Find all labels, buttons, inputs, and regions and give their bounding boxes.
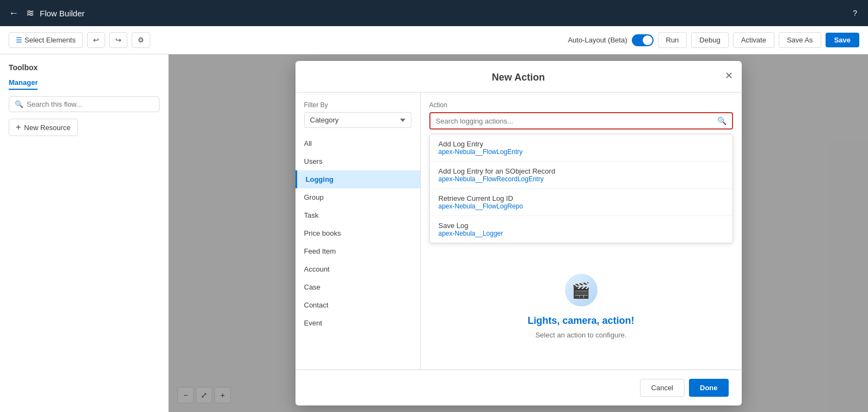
top-nav: ← ≋ Flow Builder ? [0, 0, 868, 26]
activate-label: Activate [741, 36, 766, 44]
category-item[interactable]: Account [296, 260, 420, 278]
plus-icon: + [16, 122, 21, 132]
action-option[interactable]: Add Log Entry for an SObject Recordapex-… [430, 162, 732, 189]
modal-footer: Cancel Done [296, 370, 742, 405]
save-label: Save [834, 36, 851, 44]
top-nav-right: ? [848, 7, 861, 20]
save-button[interactable]: Save [826, 33, 859, 47]
flow-builder-title: Flow Builder [40, 9, 85, 18]
settings-button[interactable]: ⚙ [132, 32, 150, 48]
action-option-name: Save Log [439, 222, 724, 230]
category-list-container: AllUsersLoggingGroupTaskPrice booksFeed … [296, 134, 420, 361]
category-item[interactable]: Case [296, 278, 420, 296]
activate-button[interactable]: Activate [733, 32, 774, 48]
camera-icon: 🎬 [571, 281, 590, 299]
action-option[interactable]: Add Log Entryapex-Nebula__FlowLogEntry [430, 134, 732, 162]
manager-tab[interactable]: Manager [9, 78, 38, 90]
save-as-button[interactable]: Save As [779, 32, 821, 48]
main-layout: Toolbox Manager 🔍 + New Resource − ⤢ + [0, 54, 868, 412]
category-item[interactable]: Feed Item [296, 242, 420, 260]
toolbar: ☰ Select Elements ↩ ↪ ⚙ Auto-Layout (Bet… [0, 26, 868, 54]
action-option[interactable]: Retrieve Current Log IDapex-Nebula__Flow… [430, 189, 732, 216]
undo-button[interactable]: ↩ [87, 32, 105, 48]
redo-icon: ↪ [115, 36, 121, 44]
modal-overlay: New Action ✕ Filter By Category AllUs [169, 54, 868, 412]
run-button[interactable]: Run [658, 32, 687, 48]
settings-icon: ⚙ [138, 36, 144, 44]
action-label: Action [429, 101, 733, 109]
action-search-icon: 🔍 [717, 116, 727, 125]
cancel-label: Cancel [651, 384, 673, 392]
action-search-box: 🔍 [429, 112, 733, 130]
undo-icon: ↩ [93, 36, 99, 44]
toolbox-title: Toolbox [9, 63, 159, 72]
category-item[interactable]: Task [296, 206, 420, 224]
help-icon: ? [853, 9, 857, 17]
action-option-name: Add Log Entry [439, 140, 724, 148]
category-item[interactable]: Logging [296, 170, 420, 188]
top-nav-left: ← ≋ Flow Builder [7, 5, 85, 21]
lights-subtitle: Select an action to configure. [440, 331, 722, 339]
auto-layout-toggle[interactable] [632, 34, 654, 46]
cancel-button[interactable]: Cancel [640, 379, 685, 397]
done-label: Done [700, 384, 718, 392]
modal-close-button[interactable]: ✕ [725, 70, 733, 82]
modal-title: New Action [492, 72, 545, 83]
category-list: AllUsersLoggingGroupTaskPrice booksFeed … [296, 134, 420, 361]
category-item[interactable]: Contact [296, 296, 420, 314]
help-button[interactable]: ? [848, 7, 861, 20]
new-resource-button[interactable]: + New Resource [9, 119, 78, 136]
category-item[interactable]: All [296, 134, 420, 152]
action-option-sub: apex-Nebula__FlowLogEntry [439, 148, 724, 156]
sidebar: Toolbox Manager 🔍 + New Resource [0, 54, 169, 412]
action-option-sub: apex-Nebula__Logger [439, 230, 724, 237]
left-panel: Filter By Category AllUsersLoggingGroupT… [296, 93, 421, 370]
toggle-knob [643, 35, 652, 45]
back-button[interactable]: ← [7, 5, 21, 21]
right-panel: Action 🔍 Add Log Entryapex-Nebula__FlowL… [421, 93, 742, 370]
action-option-name: Add Log Entry for an SObject Record [439, 167, 724, 175]
lights-image: 🎬 [565, 274, 598, 306]
select-elements-button[interactable]: ☰ Select Elements [9, 32, 83, 48]
done-button[interactable]: Done [689, 379, 729, 397]
action-option-sub: apex-Nebula__FlowLogRepo [439, 202, 724, 210]
select-elements-icon: ☰ [16, 36, 22, 44]
select-elements-label: Select Elements [24, 36, 76, 44]
category-item[interactable]: Users [296, 152, 420, 170]
close-icon: ✕ [725, 70, 733, 81]
save-as-label: Save As [787, 36, 813, 44]
filter-select[interactable]: Category [304, 112, 411, 128]
category-item[interactable]: Event [296, 314, 420, 332]
modal-header: New Action ✕ [296, 61, 742, 93]
modal: New Action ✕ Filter By Category AllUs [296, 61, 742, 405]
flow-icon: ≋ [26, 7, 34, 19]
canvas: − ⤢ + New Action ✕ [169, 54, 868, 412]
run-label: Run [666, 36, 679, 44]
modal-body: Filter By Category AllUsersLoggingGroupT… [296, 93, 742, 370]
redo-button[interactable]: ↪ [109, 32, 127, 48]
category-item[interactable]: Price books [296, 224, 420, 242]
lights-section: 🎬 Lights, camera, action! Select an acti… [429, 252, 733, 361]
auto-layout-section: Auto-Layout (Beta) [568, 34, 653, 46]
search-input[interactable] [27, 100, 153, 108]
category-item[interactable]: Group [296, 188, 420, 206]
back-icon: ← [9, 8, 19, 19]
lights-title: Lights, camera, action! [440, 315, 722, 327]
search-icon: 🔍 [15, 100, 23, 108]
new-resource-label: New Resource [24, 124, 70, 132]
debug-label: Debug [699, 36, 720, 44]
action-option-sub: apex-Nebula__FlowRecordLogEntry [439, 175, 724, 183]
action-option[interactable]: Save Logapex-Nebula__Logger [430, 216, 732, 243]
action-search-input[interactable] [436, 117, 717, 125]
auto-layout-label: Auto-Layout (Beta) [568, 36, 627, 44]
search-box: 🔍 [9, 96, 159, 112]
debug-button[interactable]: Debug [691, 32, 728, 48]
action-option-name: Retrieve Current Log ID [439, 194, 724, 202]
filter-label: Filter By [296, 101, 420, 109]
action-dropdown: Add Log Entryapex-Nebula__FlowLogEntryAd… [429, 134, 733, 243]
